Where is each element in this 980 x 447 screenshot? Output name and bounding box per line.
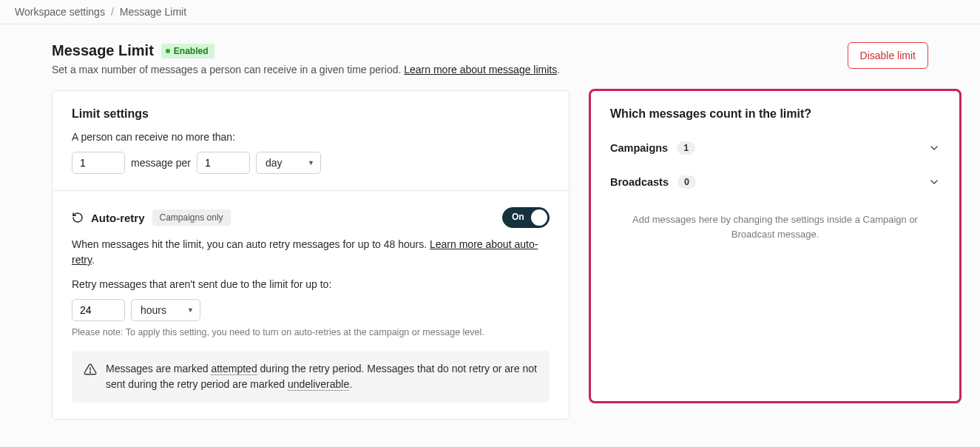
retry-unit-select[interactable]: hours ▼ [131,299,200,321]
unit-select[interactable]: day ▼ [256,152,321,174]
accordion-label: Campaigns [610,142,668,154]
page-title: Message Limit [52,42,154,59]
retry-field-label: Retry messages that aren't sent due to t… [72,278,550,290]
limit-field-label: A person can receive no more than: [72,131,550,143]
subtitle-lead: Set a max number of messages a person ca… [52,64,404,75]
limit-settings-title: Limit settings [72,107,550,121]
toggle-knob [531,209,547,226]
notice-lead: Messages are marked [106,363,211,374]
page-subtitle: Set a max number of messages a person ca… [52,64,560,75]
accordion-row-campaigns[interactable]: Campaigns 1 [610,131,940,165]
which-messages-help: Add messages here by changing the settin… [610,199,940,249]
autoretry-title: Auto-retry [91,212,145,224]
retry-note: Please note: To apply this setting, you … [72,327,550,337]
chevron-down-icon [928,176,940,188]
learn-more-limits-link[interactable]: Learn more about message limits [404,64,557,75]
autoretry-toggle[interactable]: On [502,207,550,228]
breadcrumb: Workspace settings / Message Limit [0,0,980,24]
autoretry-desc-tail: . [92,254,95,266]
retry-count-input[interactable] [72,299,125,321]
which-messages-title: Which messages count in the limit? [610,107,940,121]
svg-point-1 [90,372,91,373]
breadcrumb-separator: / [111,6,114,18]
count-badge: 1 [677,141,695,155]
chevron-down-icon [928,142,940,154]
retry-icon [72,212,84,223]
retry-unit-value: hours [141,304,166,316]
breadcrumb-current: Message Limit [120,6,186,18]
per-count-input[interactable] [197,152,250,174]
attempted-term[interactable]: attempted [211,363,257,375]
limit-settings-card: Limit settings A person can receive no m… [52,90,570,420]
undeliverable-term[interactable]: undeliverable [288,378,349,391]
retry-notice-text: Messages are marked attempted during the… [106,361,538,392]
autoretry-desc-lead: When messages hit the limit, you can aut… [72,238,430,250]
retry-notice: Messages are marked attempted during the… [72,351,550,403]
which-messages-card: Which messages count in the limit? Campa… [590,90,960,402]
subtitle-tail: . [557,64,560,75]
unit-select-value: day [266,157,283,169]
status-label: Enabled [174,46,209,56]
disable-limit-button[interactable]: Disable limit [848,42,928,69]
chevron-down-icon: ▼ [187,306,194,314]
accordion-label: Broadcasts [610,176,669,188]
accordion-row-broadcasts[interactable]: Broadcasts 0 [610,165,940,199]
status-dot-icon [166,49,170,53]
message-count-input[interactable] [72,152,125,174]
breadcrumb-parent-link[interactable]: Workspace settings [15,6,105,18]
campaigns-only-tag: Campaigns only [152,209,231,226]
chevron-down-icon: ▼ [308,159,314,167]
count-badge: 0 [677,175,696,189]
message-per-text: message per [131,157,191,169]
status-badge: Enabled [161,44,214,58]
warning-icon [84,363,97,392]
autoretry-description: When messages hit the limit, you can aut… [72,237,550,268]
notice-tail: . [349,378,352,390]
toggle-label: On [512,212,524,222]
